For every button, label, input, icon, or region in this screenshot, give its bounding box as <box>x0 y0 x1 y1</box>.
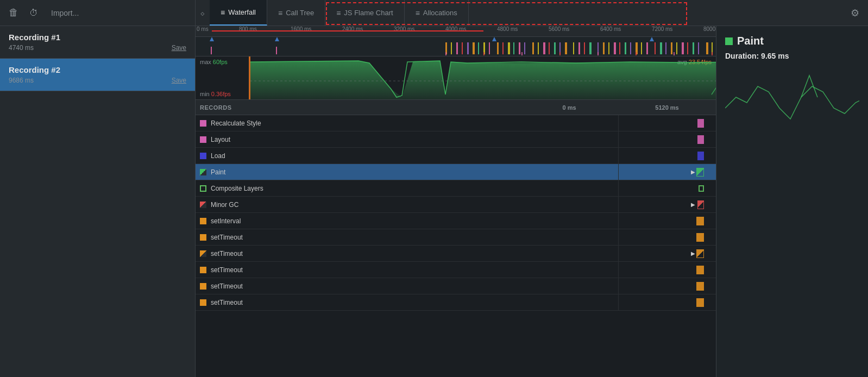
recording-1-save[interactable]: Save <box>172 44 186 52</box>
tab-js-flame-label: JS Flame Chart <box>344 9 393 17</box>
waterfall-tab-icon: ≡ <box>221 8 225 17</box>
record-name-cell: Layout <box>196 136 520 143</box>
svg-rect-27 <box>565 42 567 54</box>
record-row[interactable]: setTimeout <box>196 278 716 294</box>
svg-rect-34 <box>608 42 609 54</box>
fps-chart-svg <box>250 56 716 99</box>
record-expand-arrow[interactable]: ▶ <box>691 202 695 208</box>
svg-rect-44 <box>665 42 666 54</box>
detail-fps-mini <box>725 65 859 368</box>
record-color-dot <box>200 136 206 143</box>
tab-call-tree[interactable]: ≡ Call Tree <box>267 0 325 26</box>
svg-rect-16 <box>502 42 504 54</box>
svg-rect-65 <box>597 52 599 55</box>
tab-waterfall-label: Waterfall <box>228 8 256 16</box>
timer-icon[interactable]: ⏱ <box>27 6 40 20</box>
timeline-area: 0 ms 800 ms 1600 ms 2400 ms 3200 ms 4000… <box>196 26 716 377</box>
record-row[interactable]: setTimeout <box>196 262 716 278</box>
svg-marker-3 <box>650 37 654 41</box>
svg-rect-22 <box>538 42 539 54</box>
activity-bar[interactable] <box>196 37 716 56</box>
record-row[interactable]: Layout <box>196 131 716 148</box>
record-row[interactable]: Load <box>196 148 716 164</box>
detail-title-row: Paint <box>725 35 859 47</box>
svg-rect-63 <box>521 52 523 55</box>
record-color-dot <box>200 120 206 127</box>
record-bar-cell <box>520 294 716 310</box>
main-content: Recording #1 4740 ms Save Recording #2 9… <box>0 26 868 377</box>
recording-2-save[interactable]: Save <box>172 77 186 84</box>
record-row[interactable]: setTimeout▶ <box>196 246 716 262</box>
record-name-cell: setTimeout <box>196 234 520 241</box>
record-name-text: setTimeout <box>211 282 243 290</box>
recording-item-1[interactable]: Recording #1 4740 ms Save <box>0 26 195 59</box>
svg-rect-4 <box>211 47 212 54</box>
record-bar-cell <box>520 229 716 245</box>
svg-rect-61 <box>445 52 446 55</box>
svg-rect-7 <box>451 42 452 54</box>
record-name-cell: Paint <box>196 168 520 176</box>
records-col-header: RECORDS <box>196 104 520 111</box>
svg-rect-8 <box>456 42 458 54</box>
trash-icon[interactable]: 🗑 <box>7 5 21 21</box>
record-expand-arrow[interactable]: ▶ <box>691 250 695 256</box>
record-bar-cell <box>520 278 716 294</box>
record-bar <box>697 200 704 209</box>
record-row[interactable]: Recalculate Style <box>196 115 716 131</box>
record-bar-cell: ▶ <box>520 197 716 212</box>
svg-rect-64 <box>559 52 561 55</box>
record-color-dot <box>200 185 206 192</box>
record-name-text: setInterval <box>211 217 241 225</box>
svg-marker-2 <box>492 37 496 41</box>
recording-1-duration: 4740 ms <box>9 44 34 52</box>
record-color-dot <box>200 299 206 306</box>
fps-min-value: 0.36fps <box>211 91 231 97</box>
tab-js-flame[interactable]: ≡ JS Flame Chart <box>325 0 404 26</box>
settings-button[interactable]: ⚙ <box>842 7 868 19</box>
record-bar <box>697 135 704 144</box>
record-expand-arrow[interactable]: ▶ <box>691 169 695 175</box>
filter-icon[interactable]: ⬦ <box>196 8 210 18</box>
tab-allocations[interactable]: ≡ Allocations <box>405 0 469 26</box>
record-name-text: Minor GC <box>211 201 238 209</box>
record-row[interactable]: setTimeout <box>196 294 716 311</box>
svg-rect-48 <box>687 42 688 54</box>
svg-rect-47 <box>682 42 684 54</box>
record-name-text: Recalculate Style <box>211 120 261 127</box>
ruler-tick-8000: 8000 ms <box>703 26 716 32</box>
svg-rect-43 <box>660 42 662 54</box>
svg-rect-36 <box>619 42 620 54</box>
tab-waterfall[interactable]: ≡ Waterfall <box>210 0 267 26</box>
svg-rect-18 <box>513 42 514 54</box>
ruler-tick-0: 0 ms <box>197 26 209 32</box>
svg-rect-67 <box>674 52 675 55</box>
svg-rect-40 <box>641 42 642 54</box>
svg-rect-33 <box>603 42 605 54</box>
record-name-text: setTimeout <box>211 266 243 274</box>
import-button[interactable]: Import... <box>47 7 83 20</box>
record-row[interactable]: Minor GC▶ <box>196 197 716 213</box>
records-header: RECORDS 0 ms 5120 ms <box>196 100 716 115</box>
timeline-ruler: 0 ms 800 ms 1600 ms 2400 ms 3200 ms 4000… <box>196 26 716 37</box>
record-bar-cell <box>520 148 716 164</box>
tab-call-tree-label: Call Tree <box>286 9 314 17</box>
recording-item-2[interactable]: Recording #2 9686 ms Save <box>0 59 195 91</box>
js-flame-tab-icon: ≡ <box>336 9 341 17</box>
fps-left-indicator <box>249 56 250 99</box>
toolbar-left-section: 🗑 ⏱ Import... <box>0 0 196 26</box>
svg-rect-42 <box>655 42 656 54</box>
record-row[interactable]: Paint▶ <box>196 164 716 180</box>
svg-rect-46 <box>676 42 677 54</box>
record-row[interactable]: setTimeout <box>196 229 716 246</box>
svg-rect-25 <box>554 42 556 54</box>
record-name-text: Composite Layers <box>211 185 263 192</box>
record-color-dot <box>200 234 206 241</box>
svg-rect-37 <box>625 42 626 54</box>
record-row[interactable]: setInterval <box>196 213 716 229</box>
svg-rect-51 <box>706 42 708 54</box>
records-area: RECORDS 0 ms 5120 ms Recalculate StyleLa… <box>196 100 716 377</box>
svg-rect-15 <box>497 42 499 54</box>
record-row[interactable]: Composite Layers <box>196 180 716 197</box>
record-bar <box>696 282 704 291</box>
record-name-text: setTimeout <box>211 299 243 306</box>
